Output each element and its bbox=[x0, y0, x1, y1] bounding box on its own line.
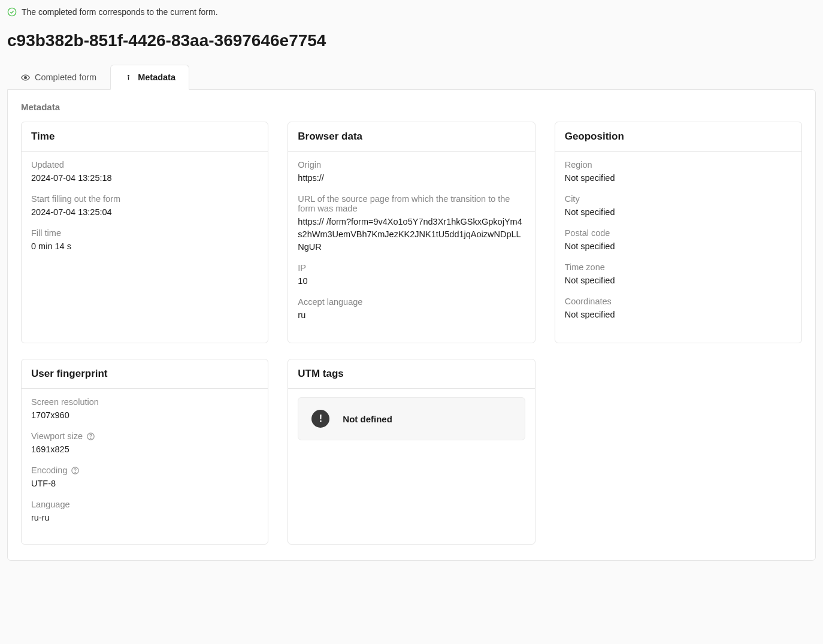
card-utm-tags: UTM tags ! Not defined bbox=[288, 359, 535, 545]
svg-point-2 bbox=[128, 75, 129, 76]
card-body[interactable]: Region Not specified City Not specified … bbox=[555, 152, 801, 343]
card-geoposition: Geoposition Region Not specified City No… bbox=[555, 122, 802, 343]
field-label: Coordinates bbox=[565, 297, 792, 306]
field-label: Viewport size bbox=[31, 431, 258, 441]
svg-point-6 bbox=[75, 472, 75, 473]
field-value: Not specified bbox=[565, 274, 792, 287]
tab-label: Metadata bbox=[138, 72, 176, 82]
field-start: Start filling out the form 2024-07-04 13… bbox=[31, 194, 258, 219]
field-value: ru bbox=[298, 309, 525, 322]
field-label: IP bbox=[298, 263, 525, 273]
card-title: User fingerprint bbox=[31, 368, 258, 380]
card-body[interactable]: Origin https:// URL of the source page f… bbox=[288, 152, 534, 343]
card-time: Time Updated 2024-07-04 13:25:18 Start f… bbox=[21, 122, 268, 343]
field-origin: Origin https:// bbox=[298, 160, 525, 185]
svg-point-4 bbox=[90, 438, 91, 439]
field-label: Fill time bbox=[31, 228, 258, 238]
field-label: Postal code bbox=[565, 228, 792, 238]
field-label: URL of the source page from which the tr… bbox=[298, 194, 525, 213]
cards-row-1: Time Updated 2024-07-04 13:25:18 Start f… bbox=[21, 122, 802, 343]
field-value: Not specified bbox=[565, 206, 792, 219]
field-value: Not specified bbox=[565, 172, 792, 185]
field-label: Screen resolution bbox=[31, 397, 258, 407]
card-body[interactable]: Screen resolution 1707x960 Viewport size… bbox=[22, 389, 268, 544]
field-language: Language ru-ru bbox=[31, 500, 258, 524]
tab-label: Completed form bbox=[35, 72, 96, 82]
tab-completed-form[interactable]: Completed form bbox=[7, 65, 110, 90]
field-value: Not specified bbox=[565, 240, 792, 253]
card-user-fingerprint: User fingerprint Screen resolution 1707x… bbox=[21, 359, 268, 545]
field-value: https:// bbox=[298, 172, 525, 185]
field-label: Origin bbox=[298, 160, 525, 170]
page-title: c93b382b-851f-4426-83aa-3697646e7754 bbox=[7, 31, 816, 50]
field-updated: Updated 2024-07-04 13:25:18 bbox=[31, 160, 258, 185]
field-label: Start filling out the form bbox=[31, 194, 258, 204]
field-value: 2024-07-04 13:25:18 bbox=[31, 172, 258, 185]
field-value: https:// /form?form=9v4Xo1o5Y7nd3Xr1hkGS… bbox=[298, 216, 525, 253]
svg-point-0 bbox=[8, 8, 16, 16]
field-value: 10 bbox=[298, 275, 525, 288]
card-title: Browser data bbox=[298, 131, 525, 143]
field-source-url: URL of the source page from which the tr… bbox=[298, 194, 525, 253]
field-ip: IP 10 bbox=[298, 263, 525, 288]
info-icon bbox=[124, 73, 133, 82]
help-icon[interactable] bbox=[86, 432, 95, 441]
field-label: Updated bbox=[31, 160, 258, 170]
help-icon[interactable] bbox=[71, 466, 80, 475]
field-fill-time: Fill time 0 min 14 s bbox=[31, 228, 258, 253]
card-browser-data: Browser data Origin https:// URL of the … bbox=[288, 122, 535, 343]
field-viewport-size: Viewport size 1691x825 bbox=[31, 431, 258, 456]
field-label: City bbox=[565, 194, 792, 204]
field-value: 2024-07-04 13:25:04 bbox=[31, 206, 258, 219]
card-title: Geoposition bbox=[565, 131, 792, 143]
metadata-panel: Metadata Time Updated 2024-07-04 13:25:1… bbox=[7, 89, 816, 561]
field-city: City Not specified bbox=[565, 194, 792, 219]
status-banner: The completed form corresponds to the cu… bbox=[7, 7, 816, 17]
field-value: 1707x960 bbox=[31, 409, 258, 422]
field-value: ru-ru bbox=[31, 512, 258, 524]
field-value: UTF-8 bbox=[31, 477, 258, 490]
field-value: 0 min 14 s bbox=[31, 240, 258, 253]
field-coordinates: Coordinates Not specified bbox=[565, 297, 792, 321]
tab-metadata[interactable]: Metadata bbox=[110, 65, 189, 90]
field-postal-code: Postal code Not specified bbox=[565, 228, 792, 253]
field-value: Not specified bbox=[565, 309, 792, 321]
cards-row-2: User fingerprint Screen resolution 1707x… bbox=[21, 359, 802, 545]
field-region: Region Not specified bbox=[565, 160, 792, 185]
field-label: Encoding bbox=[31, 465, 258, 475]
tabs: Completed form Metadata bbox=[7, 65, 816, 90]
card-title: Time bbox=[31, 131, 258, 143]
field-accept-language: Accept language ru bbox=[298, 297, 525, 322]
not-defined-text: Not defined bbox=[343, 414, 392, 424]
field-encoding: Encoding UTF-8 bbox=[31, 465, 258, 490]
field-label: Accept language bbox=[298, 297, 525, 307]
not-defined-alert: ! Not defined bbox=[298, 397, 525, 440]
eye-icon bbox=[21, 73, 30, 82]
field-label: Time zone bbox=[565, 262, 792, 272]
field-screen-resolution: Screen resolution 1707x960 bbox=[31, 397, 258, 422]
card-body[interactable]: Updated 2024-07-04 13:25:18 Start fillin… bbox=[22, 152, 268, 343]
svg-point-1 bbox=[25, 76, 27, 78]
field-time-zone: Time zone Not specified bbox=[565, 262, 792, 287]
card-body[interactable]: ! Not defined bbox=[288, 389, 534, 544]
field-label: Region bbox=[565, 160, 792, 170]
field-value: 1691x825 bbox=[31, 443, 258, 456]
field-label: Language bbox=[31, 500, 258, 509]
section-label: Metadata bbox=[21, 102, 802, 112]
status-text: The completed form corresponds to the cu… bbox=[22, 7, 218, 17]
exclamation-icon: ! bbox=[311, 410, 329, 428]
check-circle-icon bbox=[7, 7, 17, 17]
card-title: UTM tags bbox=[298, 368, 525, 380]
